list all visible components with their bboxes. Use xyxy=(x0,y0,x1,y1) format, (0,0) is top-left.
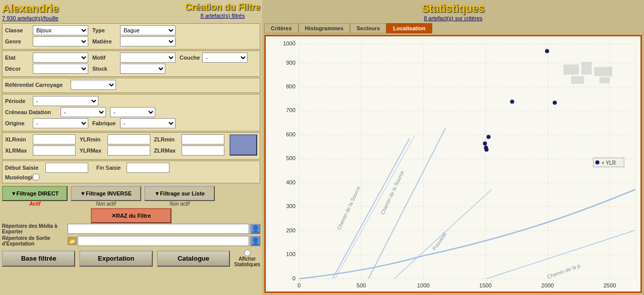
etat-label: Etat xyxy=(5,55,33,61)
svg-text:500: 500 xyxy=(357,282,366,288)
catalogue-button[interactable]: Catalogue xyxy=(157,251,230,267)
motif-select[interactable] xyxy=(120,53,175,63)
form-section-5: XLRmin -100000.00 XLRMax 100000.00 YLRmi… xyxy=(2,132,260,160)
tab-histogrammes[interactable]: Histogrammes xyxy=(299,23,350,33)
svg-text:2500: 2500 xyxy=(603,282,616,288)
zlrmax-label: ZLRMax xyxy=(154,148,182,154)
svg-text:0: 0 xyxy=(298,282,301,288)
couche-label: Couche xyxy=(180,55,202,61)
fabrique-select[interactable]: - xyxy=(120,118,175,128)
filtrage-direct-button[interactable]: ▼ Filtrage DIRECT xyxy=(2,186,68,201)
fin-saisie-label: Fin Saisie xyxy=(96,165,127,171)
zlrmin-label: ZLRmin xyxy=(154,136,182,142)
raz-filtre-label: RAZ du Filtre xyxy=(116,213,151,219)
origine-select[interactable]: - xyxy=(33,118,88,128)
filtered-count[interactable]: 8 artefact(s) filtrés xyxy=(185,13,260,19)
decor-select[interactable] xyxy=(33,64,88,74)
svg-point-52 xyxy=(553,101,557,105)
form-section-2: Etat Motif Couche - xyxy=(2,51,260,77)
ylrmax-input[interactable]: 100000.00 xyxy=(107,145,150,156)
creneau-select1[interactable]: - xyxy=(61,107,106,117)
exportation-button[interactable]: Exportation xyxy=(79,251,152,267)
museologie-label: Muséologie xyxy=(5,174,33,180)
genre-select[interactable] xyxy=(33,36,88,46)
media-path-browse-button[interactable]: 👤 xyxy=(250,224,260,234)
fabrique-label: Fabrique xyxy=(92,120,120,126)
ylrmin-input[interactable]: -100000.00 xyxy=(107,134,150,144)
referentiel-label: Référentiel Carroyage xyxy=(5,82,71,88)
xlrmax-label: XLRMax xyxy=(5,148,33,154)
media-path-input[interactable]: C:\DATA_XX\EGYPTE\F_Alex\Media\Artefacts… xyxy=(68,224,249,234)
folder-icon: 📁 xyxy=(68,237,77,245)
reset-bornes-button[interactable] xyxy=(229,134,257,156)
svg-text:300: 300 xyxy=(286,203,296,209)
tab-secteurs[interactable]: Secteurs xyxy=(350,23,386,33)
media-path-label: Répertoire des Média à Exporter xyxy=(2,223,68,234)
filtrage-liste-button[interactable]: ▼ Filtrage sur Liste xyxy=(144,186,215,201)
xlrmin-input[interactable]: -100000.00 xyxy=(33,134,76,144)
zlrmin-input[interactable]: -100000.00 xyxy=(182,134,224,144)
tab-localisation[interactable]: Localisation xyxy=(386,23,432,33)
raz-filtre-wrap: ✕ RAZ du Filtre xyxy=(2,208,260,223)
svg-text:200: 200 xyxy=(286,227,296,233)
sortie-path-input[interactable]: C:\poubelle\Sortie_Fouille\Sortie_Filtre xyxy=(78,236,249,246)
filtrage-inverse-icon: ▼ xyxy=(80,190,86,196)
matiere-select[interactable] xyxy=(120,36,175,46)
sortie-path-label: Répertoire de Sortie d'Exportation xyxy=(2,235,68,247)
svg-text:2000: 2000 xyxy=(541,282,554,288)
svg-point-58 xyxy=(595,160,599,164)
stock-select[interactable] xyxy=(120,64,165,74)
svg-rect-45 xyxy=(600,77,610,83)
fin-saisie-input[interactable]: 26/11/4637 xyxy=(127,163,169,173)
raz-filtre-button[interactable]: ✕ RAZ du Filtre xyxy=(91,208,171,223)
creneau-select2[interactable]: - xyxy=(110,107,155,117)
svg-text:0: 0 xyxy=(292,275,296,281)
action-buttons-row: ▼ Filtrage DIRECT Actif ▼ Filtrage INVER… xyxy=(2,186,260,207)
app-title: Alexandrie xyxy=(2,2,59,15)
genre-label: Genre xyxy=(5,38,33,44)
afficher-statistiques-wrap: AfficherStatistiques xyxy=(234,250,260,267)
stats-title: Statistiques xyxy=(264,2,642,15)
filtrage-inverse-button[interactable]: ▼ Filtrage INVERSE xyxy=(71,186,141,201)
ylrmax-label: YLRMax xyxy=(80,148,107,154)
tab-criteres[interactable]: Critères xyxy=(264,23,299,33)
svg-point-54 xyxy=(483,141,487,145)
sortie-path-browse-button[interactable]: 👤 xyxy=(250,236,260,246)
debut-saisie-input[interactable]: 30/12/1899 xyxy=(45,163,88,173)
museologie-checkbox[interactable] xyxy=(33,174,39,180)
etat-select[interactable] xyxy=(33,53,88,63)
afficher-statistiques-radio[interactable] xyxy=(244,250,251,256)
filtrage-direct-label: Filtrage DIRECT xyxy=(17,190,59,196)
base-filtree-button[interactable]: Base filtrée xyxy=(2,251,75,267)
classe-select[interactable]: Bijoux xyxy=(33,25,88,35)
svg-text:700: 700 xyxy=(286,108,296,114)
periode-select[interactable]: - xyxy=(33,96,98,106)
filtrage-liste-wrap: ▼ Filtrage sur Liste Non actif xyxy=(144,186,215,207)
svg-text:+ YLR: + YLR xyxy=(602,160,616,166)
type-select[interactable]: Bague xyxy=(120,25,175,35)
svg-rect-41 xyxy=(563,65,579,75)
svg-rect-44 xyxy=(594,67,612,76)
couche-select[interactable]: - xyxy=(202,53,248,63)
artefacts-link[interactable]: 7 930 artefact(s)/fouille xyxy=(2,15,59,21)
classe-label: Classe xyxy=(5,27,33,33)
svg-rect-42 xyxy=(581,62,592,75)
svg-text:800: 800 xyxy=(286,83,296,89)
svg-point-51 xyxy=(510,100,514,104)
xlrmax-input[interactable]: 100000.00 xyxy=(33,145,76,156)
raz-filtre-icon: ✕ xyxy=(111,213,116,219)
left-panel: Alexandrie 7 930 artefact(s)/fouille Cré… xyxy=(0,0,262,295)
form-section-4: Période - Créneau Datation - - xyxy=(2,94,260,131)
right-panel: Statistiques 8 artefact(s) sur critères … xyxy=(262,0,644,295)
filter-title: Création du Filtre xyxy=(185,2,260,13)
matiere-label: Matière xyxy=(92,38,120,44)
referentiel-select[interactable] xyxy=(71,80,116,90)
zlrmax-input[interactable]: 100000.00 xyxy=(182,145,224,156)
svg-text:1000: 1000 xyxy=(283,40,296,46)
filtrage-direct-status: Actif xyxy=(29,201,40,207)
stock-label: Stock xyxy=(92,66,120,72)
filtrage-inverse-label: Filtrage INVERSE xyxy=(86,190,132,196)
stats-count: 8 artefact(s) sur critères xyxy=(264,15,642,21)
svg-point-50 xyxy=(545,49,549,53)
svg-rect-43 xyxy=(571,76,584,84)
